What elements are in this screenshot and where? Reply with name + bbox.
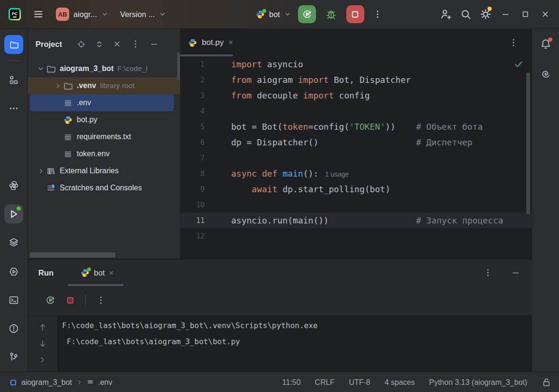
tree-item-aiogram-3-bot[interactable]: aiogram_3_botF:\code_l <box>28 60 180 77</box>
tree-item-requirements-txt[interactable]: requirements.txt <box>28 128 180 145</box>
inspections-ok-icon[interactable] <box>514 59 523 69</box>
code-line-7[interactable]: 7 <box>180 150 532 166</box>
tree-item-bot-py[interactable]: bot.py <box>28 111 180 128</box>
line-number: 6 <box>180 138 205 147</box>
run-tool-window: Run bot × F:\code_last\bots\aiogram_3_bo… <box>27 258 532 373</box>
project-header: Project <box>28 35 180 53</box>
tree-item-suffix: library root <box>100 81 135 90</box>
search-everywhere-button[interactable] <box>456 1 476 27</box>
line-number: 3 <box>180 91 205 100</box>
activity-project-folder-button[interactable] <box>4 35 23 54</box>
code-line-6[interactable]: 6dp = Dispatcher() # Диспетчер <box>180 134 532 150</box>
tree-item-suffix: F:\code_l <box>117 64 148 73</box>
code-line-1[interactable]: 1import asyncio <box>180 56 532 72</box>
status-item-5[interactable]: Python 3.13 (aiogram_3_bot) <box>429 378 527 387</box>
tree-item-label: Scratches and Consoles <box>60 184 142 192</box>
activity-python-console-button[interactable] <box>6 264 21 279</box>
status-item-2[interactable]: CRLF <box>315 378 335 387</box>
console-up-icon[interactable] <box>38 322 47 332</box>
project-title: Project <box>36 40 62 49</box>
editor-scrollbar[interactable] <box>526 72 530 214</box>
main-menu-hamburger-icon[interactable] <box>33 9 44 19</box>
maximize-button[interactable] <box>515 1 535 27</box>
project-locate-icon[interactable] <box>77 39 85 49</box>
tree-item-scratches-and-consoles[interactable]: Scratches and Consoles <box>28 179 180 196</box>
tab-bot-py[interactable]: bot.py × <box>180 29 239 56</box>
activity-more-button[interactable] <box>6 101 21 116</box>
activity-structure-button[interactable] <box>6 72 21 88</box>
code-line-3[interactable]: 3from decouple import config <box>180 88 532 103</box>
run-options-icon[interactable] <box>483 268 493 277</box>
run-title: Run <box>38 268 54 277</box>
debug-button[interactable] <box>323 8 339 20</box>
activity-version-control-button[interactable] <box>6 349 21 365</box>
folder-icon <box>46 64 55 73</box>
status-item-1[interactable]: 11:50 <box>282 378 301 387</box>
rerun-icon <box>302 9 312 19</box>
settings-button[interactable] <box>476 1 496 27</box>
line-number: 1 <box>180 60 205 69</box>
project-collapse-all-icon[interactable] <box>113 39 121 49</box>
vcs-widget-label: Version ... <box>120 10 155 19</box>
project-selector[interactable]: AB aiogr... <box>56 8 108 21</box>
code-line-12[interactable]: 12 <box>180 228 532 244</box>
chevron-down-icon <box>101 11 108 18</box>
run-config-selector[interactable]: bot <box>256 10 291 19</box>
ai-assistant-button[interactable] <box>538 66 553 81</box>
code-line-5[interactable]: 5bot = Bot(token=config('TOKEN')) # Объе… <box>180 119 532 134</box>
tree-item-external-libraries[interactable]: External Libraries <box>28 162 180 179</box>
code-line-10[interactable]: 10 <box>180 197 532 213</box>
code-with-me-button[interactable] <box>436 1 456 27</box>
stop-console-button[interactable] <box>66 296 75 305</box>
breadcrumb-project[interactable]: aiogram_3_bot <box>21 378 72 387</box>
activity-python-packages-button[interactable] <box>6 178 21 193</box>
notifications-button[interactable] <box>538 36 553 52</box>
lock-open-icon[interactable] <box>541 377 551 387</box>
status-item-4[interactable]: 4 spaces <box>385 378 415 387</box>
line-number: 11 <box>180 216 205 225</box>
python-icon <box>188 38 197 47</box>
stop-button[interactable] <box>346 5 364 23</box>
tree-chevron-icon[interactable] <box>53 83 63 89</box>
activity-run-button[interactable] <box>4 205 23 223</box>
console-prompt-icon[interactable] <box>38 356 47 364</box>
code-editor[interactable]: 1import asyncio2from aiogram import Bot,… <box>180 56 532 244</box>
code-line-11[interactable]: 11asyncio.run(main()) # Запуск процесса <box>180 213 532 228</box>
more-icon <box>9 103 19 114</box>
status-item-3[interactable]: UTF-8 <box>349 378 370 387</box>
project-more-icon[interactable] <box>131 39 140 49</box>
code-line-2[interactable]: 2from aiogram import Bot, Dispatcher <box>180 72 532 88</box>
editor-options-icon[interactable] <box>509 38 518 47</box>
activity-terminal-button[interactable] <box>6 293 21 308</box>
tree-chevron-icon[interactable] <box>36 168 46 174</box>
file-icon <box>63 150 72 159</box>
rerun-console-button[interactable] <box>45 295 55 305</box>
project-horizontal-scrollbar[interactable] <box>30 252 115 258</box>
minimize-icon <box>501 10 510 18</box>
hide-run-panel-icon[interactable] <box>512 269 520 277</box>
tree-item--env[interactable]: .env <box>30 94 174 111</box>
tab-close-icon[interactable]: × <box>228 38 233 47</box>
activity-services-button[interactable] <box>6 235 21 250</box>
rerun-button[interactable] <box>298 5 316 23</box>
more-console-button[interactable] <box>96 295 106 305</box>
more-run-options-icon[interactable] <box>371 9 384 19</box>
tree-chevron-icon[interactable] <box>36 65 46 72</box>
run-tab-bot[interactable]: bot × <box>68 259 126 286</box>
run-console[interactable]: F:\code_last\bots\aiogram_3_bot\.venv\Sc… <box>28 315 532 373</box>
breadcrumb-file[interactable]: .env <box>98 378 112 387</box>
tree-item-token-env[interactable]: token.env <box>28 145 180 162</box>
close-button[interactable] <box>535 1 555 27</box>
code-line-4[interactable]: 4 <box>180 103 532 119</box>
code-line-8[interactable]: 8async def main():1 usage <box>180 166 532 181</box>
project-expand-all-icon[interactable] <box>95 39 103 49</box>
console-down-icon[interactable] <box>38 339 47 348</box>
activity-problems-button[interactable] <box>6 321 21 336</box>
minimize-button[interactable] <box>496 1 515 27</box>
run-tab-close-icon[interactable]: × <box>109 268 114 277</box>
vcs-widget[interactable]: Version ... <box>120 10 166 19</box>
project-hide-icon[interactable] <box>150 39 158 49</box>
tree-item-label: .env <box>77 98 91 107</box>
code-line-9[interactable]: 9 await dp.start_polling(bot) <box>180 181 532 197</box>
tree-item--venv[interactable]: .venvlibrary root <box>28 77 180 94</box>
